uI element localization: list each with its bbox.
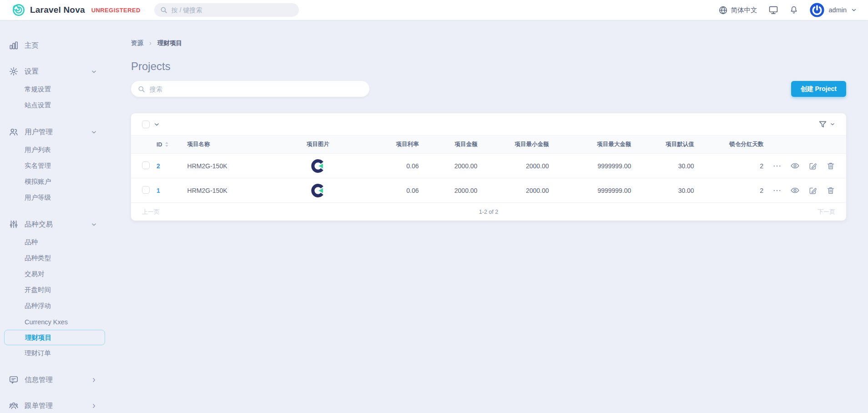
- project-lock-days: 2: [700, 154, 769, 178]
- filter-funnel-icon: [818, 120, 828, 129]
- sidebar-item-copy-trading[interactable]: 跟单管理: [0, 396, 109, 413]
- user-menu[interactable]: admin: [809, 2, 858, 18]
- edit-icon[interactable]: [808, 161, 818, 171]
- brand[interactable]: Laravel Nova: [12, 3, 85, 17]
- gear-icon: [8, 66, 19, 76]
- trash-icon[interactable]: [826, 161, 835, 171]
- sidebar-item-open-hours[interactable]: 开盘时间: [0, 282, 109, 298]
- global-search[interactable]: [154, 3, 299, 17]
- sort-by-id[interactable]: ID: [156, 141, 169, 148]
- sidebar-item-general-settings[interactable]: 常规设置: [0, 81, 109, 97]
- pagination: 1-2 of 2 上一页 下一页: [131, 203, 846, 221]
- search-icon: [160, 6, 168, 14]
- eye-icon[interactable]: [790, 161, 800, 171]
- trash-icon[interactable]: [826, 186, 835, 195]
- select-all-checkbox[interactable]: [142, 121, 150, 128]
- table-row[interactable]: 2 HRM2G-150K 0.06 2000.00 2000.00 9999: [131, 154, 846, 178]
- chat-icon: [8, 375, 19, 385]
- breadcrumb: 资源 理财项目: [131, 20, 846, 47]
- chevron-down-icon[interactable]: [91, 129, 97, 136]
- sidebar-item-settings[interactable]: 设置: [0, 61, 109, 81]
- brand-name: Laravel Nova: [30, 5, 85, 15]
- global-search-input[interactable]: [172, 6, 293, 14]
- project-min: 2000.00: [483, 178, 554, 203]
- avatar: [809, 2, 825, 18]
- row-id-link[interactable]: 2: [156, 162, 160, 170]
- resource-table-card: ID 项目名称 项目图片 项目利率 项目金额 项目最小金额 项目最大金额 项目默…: [131, 113, 846, 221]
- sidebar-item-trading-pairs[interactable]: 交易对: [0, 266, 109, 282]
- filter-menu[interactable]: [818, 120, 835, 129]
- monitor-icon[interactable]: [768, 5, 778, 15]
- user-group-icon: [8, 401, 19, 411]
- sidebar-item-user-levels[interactable]: 用户等级: [0, 190, 109, 206]
- main-content: 资源 理财项目 Projects 创建 Project: [109, 20, 868, 413]
- sidebar-item-symbol-trading[interactable]: 品种交易: [0, 214, 109, 234]
- sidebar: 主页 设置 常规设置 站点设置: [0, 20, 109, 413]
- sidebar-item-wealth-orders[interactable]: 理财订单: [0, 345, 109, 361]
- project-max: 9999999.00: [555, 178, 637, 203]
- nova-spiral-icon: [12, 3, 25, 17]
- project-logo: [310, 158, 326, 174]
- chevron-down-icon[interactable]: [153, 121, 160, 128]
- edit-icon[interactable]: [808, 186, 818, 195]
- project-lock-days: 2: [700, 178, 769, 203]
- chart-bar-icon: [8, 40, 19, 50]
- sidebar-item-site-settings[interactable]: 站点设置: [0, 97, 109, 113]
- language-switcher[interactable]: 简体中文: [718, 5, 757, 15]
- project-name: HRM2G-150K: [182, 178, 273, 203]
- table-header-row: ID 项目名称 项目图片 项目利率 项目金额 项目最小金额 项目最大金额 项目默…: [131, 136, 846, 154]
- project-amount: 2000.00: [424, 178, 483, 203]
- sidebar-item-user-list[interactable]: 用户列表: [0, 142, 109, 158]
- project-name: HRM2G-150K: [182, 154, 273, 178]
- eye-icon[interactable]: [790, 186, 800, 195]
- chevron-right-icon: [148, 41, 153, 46]
- users-icon: [8, 127, 19, 137]
- table-row[interactable]: 1 HRM2G-150K 0.06 2000.00 2000.00 9999: [131, 178, 846, 203]
- sidebar-item-kyc-management[interactable]: 实名管理: [0, 158, 109, 174]
- projects-table: ID 项目名称 项目图片 项目利率 项目金额 项目最小金额 项目最大金额 项目默…: [131, 135, 846, 203]
- bell-icon[interactable]: [789, 5, 798, 15]
- sidebar-item-symbols[interactable]: 品种: [0, 234, 109, 250]
- sort-icon: [165, 141, 169, 147]
- resource-search[interactable]: [131, 81, 369, 97]
- breadcrumb-resources[interactable]: 资源: [131, 39, 143, 47]
- globe-icon: [718, 5, 728, 15]
- project-amount: 2000.00: [424, 154, 483, 178]
- chevron-down-icon[interactable]: [91, 221, 97, 228]
- project-default: 30.00: [636, 154, 699, 178]
- chevron-right-icon[interactable]: [91, 377, 97, 383]
- ellipsis-icon[interactable]: [772, 186, 782, 195]
- sidebar-item-demo-accounts[interactable]: 模拟账户: [0, 174, 109, 190]
- sidebar-item-wealth-projects[interactable]: 理财项目: [4, 330, 105, 345]
- create-project-button[interactable]: 创建 Project: [791, 81, 846, 97]
- topbar: Laravel Nova UNREGISTERED 简体中文: [0, 0, 868, 20]
- pagination-info: 1-2 of 2: [131, 209, 846, 215]
- sidebar-item-info-management[interactable]: 信息管理: [0, 370, 109, 390]
- project-rate: 0.06: [363, 178, 424, 203]
- project-min: 2000.00: [483, 154, 554, 178]
- sidebar-item-currency-kxes[interactable]: Currency Kxes: [0, 314, 109, 330]
- project-max: 9999999.00: [555, 154, 637, 178]
- username: admin: [829, 6, 847, 14]
- sidebar-item-symbol-float[interactable]: 品种浮动: [0, 298, 109, 314]
- project-default: 30.00: [636, 178, 699, 203]
- chevron-down-icon: [830, 121, 835, 127]
- sidebar-item-user-management[interactable]: 用户管理: [0, 122, 109, 142]
- search-icon: [137, 85, 146, 93]
- row-id-link[interactable]: 1: [156, 187, 160, 194]
- language-label: 简体中文: [731, 6, 757, 15]
- topbar-right: 简体中文 admin: [718, 2, 858, 18]
- table-toolbar: [131, 113, 846, 135]
- chevron-right-icon[interactable]: [91, 403, 97, 409]
- sidebar-item-symbol-types[interactable]: 品种类型: [0, 250, 109, 266]
- sidebar-item-home[interactable]: 主页: [0, 35, 109, 55]
- chevron-down-icon: [851, 7, 857, 13]
- resource-search-input[interactable]: [150, 86, 363, 93]
- row-checkbox[interactable]: [142, 161, 150, 169]
- row-checkbox[interactable]: [142, 186, 150, 194]
- breadcrumb-current: 理财项目: [157, 39, 182, 47]
- ellipsis-icon[interactable]: [772, 161, 782, 171]
- chevron-down-icon[interactable]: [91, 68, 97, 75]
- unregistered-badge: UNREGISTERED: [91, 7, 141, 14]
- project-rate: 0.06: [363, 154, 424, 178]
